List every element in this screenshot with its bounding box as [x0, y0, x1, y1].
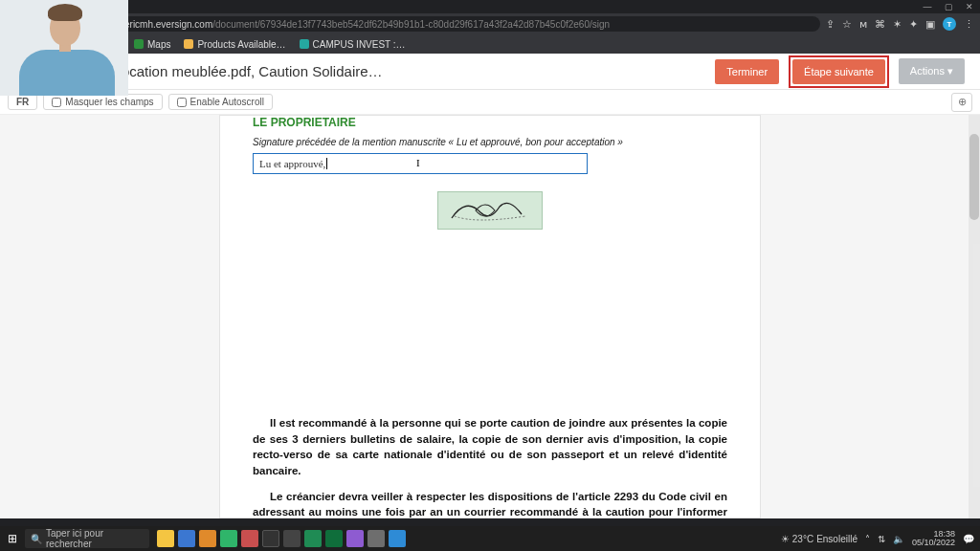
input-value: Lu et approuvé, — [259, 158, 325, 169]
autoscroll-checkbox[interactable] — [177, 98, 187, 107]
mention-input[interactable]: Lu et approuvé, I — [253, 153, 588, 174]
profile-avatar-icon[interactable]: T — [943, 17, 956, 31]
mask-label: Masquer les champs — [65, 97, 153, 107]
taskbar-app-icon[interactable] — [325, 530, 343, 547]
notification-icon[interactable]: ▣ — [925, 18, 935, 31]
taskbar-app-icon[interactable] — [157, 530, 174, 547]
window-minimize-icon[interactable]: — — [923, 2, 932, 11]
sun-icon: ☀ — [781, 534, 790, 544]
taskbar-app-icon[interactable] — [368, 530, 385, 547]
start-button[interactable]: ⊞ — [0, 526, 25, 551]
taskbar-app-icon[interactable] — [346, 530, 364, 547]
ext3-icon[interactable]: ✶ — [893, 18, 902, 31]
zoom-button[interactable]: ⊕ — [951, 93, 972, 112]
campus-icon — [300, 39, 309, 49]
taskbar-app-icon[interactable] — [262, 530, 279, 547]
autoscroll-label: Enable Autoscroll — [190, 97, 264, 107]
url-path: /document/67934de13f7743beb542df62b49b91… — [212, 19, 610, 30]
products-icon — [184, 39, 193, 49]
bookmark-label: Products Available… — [197, 39, 285, 50]
bookmark-label: CAMPUS INVEST :… — [313, 39, 406, 50]
actions-button[interactable]: Actions ▾ — [899, 58, 965, 84]
taskbar-app-icon[interactable] — [283, 530, 301, 547]
ext2-icon[interactable]: ⌘ — [875, 18, 885, 31]
taskbar-weather[interactable]: ☀ 23°C Ensoleillé — [781, 534, 858, 544]
scrollbar-track[interactable] — [969, 115, 980, 518]
clock-date: 05/10/2022 — [912, 539, 955, 547]
maps-icon — [134, 39, 144, 49]
autoscroll-toggle[interactable]: Enable Autoscroll — [168, 94, 273, 110]
mask-fields-toggle[interactable]: Masquer les champs — [43, 94, 162, 110]
taskbar-app-icon[interactable] — [304, 530, 322, 547]
puzzle-icon[interactable]: ✦ — [909, 18, 918, 31]
weather-label: Ensoleillé — [816, 534, 858, 544]
bookmark-campus[interactable]: CAMPUS INVEST :… — [300, 39, 406, 50]
etape-highlight: Étape suivante — [789, 55, 889, 88]
window-titlebar: — ▢ ✕ — [0, 0, 980, 13]
scrollbar-thumb[interactable] — [969, 134, 979, 220]
weather-temp: 23°C — [792, 534, 813, 544]
tray-wifi-icon[interactable]: ⇅ — [878, 534, 885, 544]
mask-checkbox[interactable] — [52, 98, 61, 107]
browser-address-row: ← → ⟳ ericmh.eversign.com/document/67934… — [0, 13, 980, 34]
presenter-webcam — [0, 0, 128, 96]
app-header: ument : Contrat location meublée.pdf, Ca… — [0, 54, 980, 90]
signature-box[interactable] — [437, 191, 543, 230]
terminer-button[interactable]: Terminer — [715, 59, 779, 84]
notifications-icon[interactable]: 💬 — [963, 534, 974, 544]
taskbar-app-icon[interactable] — [199, 530, 216, 547]
search-placeholder: Taper ici pour rechercher — [46, 528, 144, 549]
document-viewport: LE PROPRIETAIRE Signature précédée de la… — [0, 115, 980, 518]
star-icon[interactable]: ☆ — [842, 18, 852, 31]
document-page: LE PROPRIETAIRE Signature précédée de la… — [219, 115, 761, 518]
bookmark-maps[interactable]: Maps — [134, 39, 170, 50]
taskbar-app-icon[interactable] — [241, 530, 258, 547]
bookmark-label: Maps — [147, 39, 170, 50]
signature-icon — [447, 195, 533, 226]
url-host: ericmh.eversign.com — [124, 19, 212, 30]
window-maximize-icon[interactable]: ▢ — [944, 2, 953, 11]
taskbar-app-icon[interactable] — [220, 530, 237, 547]
tray-chevron-icon[interactable]: ˄ — [865, 534, 870, 544]
body-paragraph-1: Il est recommandé à la personne qui se p… — [253, 415, 727, 479]
taskbar-search[interactable]: 🔍 Taper ici pour rechercher — [25, 529, 149, 548]
taskbar-app-icon[interactable] — [389, 530, 406, 547]
text-caret-icon: I — [416, 157, 420, 168]
language-label: FR — [16, 97, 29, 107]
ext1-icon[interactable]: ᴍ — [859, 18, 867, 31]
bookmarks-bar: Maps Products Available… CAMPUS INVEST :… — [0, 34, 980, 54]
taskbar-app-icon[interactable] — [178, 530, 195, 547]
bookmark-products[interactable]: Products Available… — [184, 39, 285, 50]
windows-taskbar: ⊞ 🔍 Taper ici pour rechercher ☀ 23°C Ens… — [0, 526, 980, 551]
window-close-icon[interactable]: ✕ — [965, 2, 974, 11]
etape-suivante-button[interactable]: Étape suivante — [792, 59, 885, 84]
body-paragraph-2: Le créancier devra veiller à respecter l… — [253, 489, 727, 518]
taskbar-clock[interactable]: 18:38 05/10/2022 — [912, 530, 955, 547]
zoom-icon: ⊕ — [958, 96, 967, 108]
taskbar-apps — [157, 530, 406, 547]
tray-sound-icon[interactable]: 🔈 — [893, 534, 904, 544]
search-icon: 🔍 — [31, 534, 42, 544]
document-toolbar: FR Masquer les champs Enable Autoscroll … — [0, 90, 980, 115]
share-icon[interactable]: ⇪ — [826, 18, 835, 31]
section-heading: LE PROPRIETAIRE — [253, 116, 727, 129]
text-cursor-icon — [326, 158, 327, 169]
address-bar[interactable]: ericmh.eversign.com/document/67934de13f7… — [117, 16, 820, 32]
menu-dots-icon[interactable]: ⋮ — [964, 18, 974, 31]
language-selector[interactable]: FR — [8, 94, 37, 110]
mention-text: Signature précédée de la mention manuscr… — [253, 137, 727, 147]
